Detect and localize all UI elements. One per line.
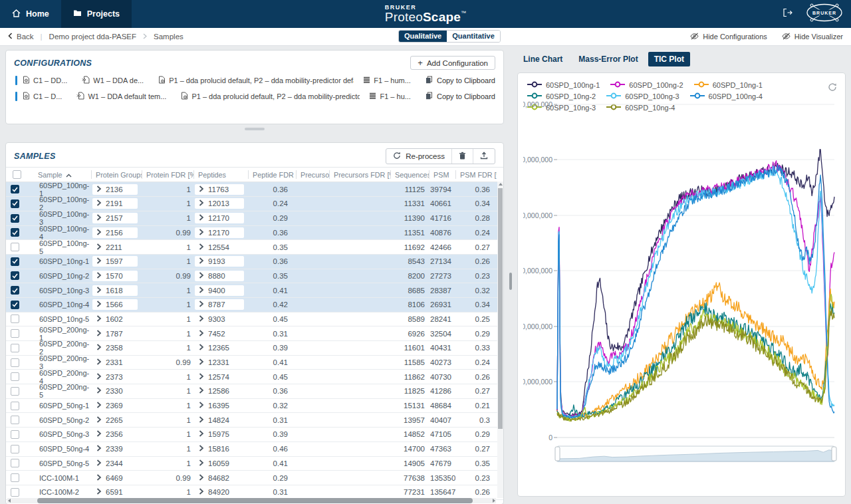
peptides-expand[interactable]: 12331 — [195, 357, 244, 368]
row-checkbox[interactable] — [11, 459, 19, 467]
reload-chart-icon[interactable] — [828, 82, 837, 94]
reprocess-button[interactable]: Re-process — [386, 149, 451, 164]
config-compute-item[interactable]: C1 – DD... — [23, 76, 67, 85]
row-checkbox[interactable] — [11, 344, 19, 352]
peptides-expand[interactable]: 84682 — [195, 473, 244, 483]
table-row[interactable]: 60SPD_50ng-3 2356 1 15975 0.39 14852 471… — [6, 428, 503, 442]
legend-item[interactable]: 60SPD_100ng-4 — [690, 92, 763, 100]
peptides-expand[interactable]: 84920 — [195, 487, 244, 497]
peptides-expand[interactable]: 12554 — [195, 242, 244, 253]
col-sequences[interactable]: Sequences — [390, 170, 429, 179]
tab-line-chart[interactable]: Line Chart — [517, 52, 568, 66]
configuration-row[interactable]: C1 – DD... W1 – DDA de... P1 – dda prolu… — [6, 72, 503, 88]
protein-groups-expand[interactable]: 2331 — [92, 357, 138, 368]
row-checkbox[interactable] — [11, 430, 19, 439]
chart-range-brush[interactable] — [523, 444, 837, 464]
table-row[interactable]: 60SPD_200ng-2 2358 1 12365 0.39 11601 40… — [6, 341, 503, 356]
table-horizontal-scrollbar[interactable] — [7, 498, 496, 503]
col-psm-fdr[interactable]: PSM FDR [%] — [455, 170, 497, 179]
row-checkbox[interactable] — [11, 387, 19, 396]
table-row[interactable]: 60SPD_200ng-3 2331 0.99 12331 0.41 11585… — [6, 356, 503, 370]
hide-configurations-button[interactable]: Hide Configurations — [690, 33, 767, 41]
table-row[interactable]: 60SPD_200ng-1 1787 1 7452 0.31 6926 3250… — [6, 326, 503, 341]
peptides-expand[interactable]: 11763 — [195, 184, 244, 195]
copy-to-clipboard-button[interactable]: Copy to Clipboard — [426, 76, 495, 85]
table-row[interactable]: 60SPD_10ng-1 1597 1 9193 0.36 8543 27134… — [6, 255, 503, 269]
table-row[interactable]: 60SPD_100ng-4 2156 0.99 12170 0.36 11351… — [6, 226, 503, 241]
config-workflow-item[interactable]: W1 – DDA de... — [82, 76, 144, 85]
table-row[interactable]: 60SPD_100ng-3 2157 1 12170 0.29 11390 41… — [6, 211, 503, 226]
legend-item[interactable]: 60SPD_10ng-1 — [694, 81, 763, 89]
peptides-expand[interactable]: 12586 — [195, 386, 244, 396]
delete-samples-button[interactable] — [451, 149, 473, 164]
row-checkbox[interactable] — [11, 199, 19, 208]
peptides-expand[interactable]: 9193 — [195, 256, 244, 267]
table-row[interactable]: 60SPD_50ng-4 2339 1 15816 0.46 14700 473… — [6, 442, 503, 457]
table-row[interactable]: 60SPD_10ng-3 1618 1 9400 0.41 8685 28387… — [6, 283, 503, 298]
legend-item[interactable]: 60SPD_100ng-1 — [527, 81, 600, 89]
row-checkbox[interactable] — [11, 214, 19, 223]
row-checkbox[interactable] — [11, 286, 19, 295]
col-peptides[interactable]: Peptides — [193, 170, 248, 179]
table-row[interactable]: 60SPD_200ng-5 2330 1 12586 0.36 11825 41… — [6, 384, 503, 399]
logout-icon[interactable] — [783, 8, 792, 20]
col-psm[interactable]: PSM — [429, 170, 455, 179]
brush-left-handle[interactable] — [555, 447, 560, 461]
peptides-expand[interactable]: 9400 — [195, 285, 244, 296]
vertical-resize-handle[interactable] — [509, 273, 512, 290]
back-button[interactable]: Back — [8, 33, 34, 41]
horizontal-resize-handle[interactable] — [245, 128, 265, 130]
peptides-expand[interactable]: 7452 — [195, 328, 244, 339]
protein-groups-expand[interactable]: 6469 — [92, 473, 138, 483]
table-row[interactable]: 60SPD_50ng-5 2344 1 16059 0.41 14905 476… — [6, 457, 503, 471]
peptides-expand[interactable]: 16395 — [195, 400, 244, 411]
peptides-expand[interactable]: 12013 — [195, 198, 244, 209]
protein-groups-expand[interactable]: 2373 — [92, 372, 138, 382]
table-row[interactable]: 60SPD_50ng-1 2369 1 16395 0.32 15131 486… — [6, 399, 503, 414]
row-checkbox[interactable] — [11, 315, 19, 323]
config-workflow-item[interactable]: W1 – DDA default tem... — [76, 92, 166, 101]
protein-groups-expand[interactable]: 1618 — [92, 285, 138, 296]
row-checkbox[interactable] — [11, 271, 19, 280]
hide-visualizer-button[interactable]: Hide Visualizer — [782, 33, 843, 41]
legend-item[interactable]: 60SPD_100ng-2 — [610, 81, 683, 89]
table-row[interactable]: 60SPD_50ng-2 2265 1 14824 0.31 13957 404… — [6, 413, 503, 428]
table-row[interactable]: 60SPD_10ng-2 1570 0.99 8880 0.35 8200 27… — [6, 269, 503, 284]
peptides-expand[interactable]: 12170 — [195, 213, 244, 223]
nav-tab-home[interactable]: Home — [0, 0, 61, 28]
peptides-expand[interactable]: 16059 — [195, 458, 244, 469]
table-row[interactable]: 60SPD_10ng-5 1602 1 9303 0.45 8589 28241… — [6, 313, 503, 327]
copy-to-clipboard-button[interactable]: Copy to Clipboard — [426, 92, 495, 101]
tab-mass-error-plot[interactable]: Mass-Error Plot — [572, 52, 644, 66]
protein-groups-expand[interactable]: 2330 — [92, 386, 138, 396]
col-precursors[interactable]: Precursors — [296, 170, 329, 179]
row-checkbox[interactable] — [11, 257, 19, 266]
brush-right-handle[interactable] — [832, 447, 836, 461]
peptides-expand[interactable]: 8880 — [195, 271, 244, 281]
select-all-checkbox[interactable] — [13, 170, 21, 179]
legend-item[interactable]: 60SPD_100ng-3 — [606, 92, 679, 100]
config-processing-item[interactable]: P1 – dda prolucid default, P2 – dda mobi… — [181, 92, 360, 101]
row-checkbox[interactable] — [11, 416, 19, 424]
peptides-expand[interactable]: 12170 — [195, 227, 244, 238]
peptides-expand[interactable]: 14824 — [195, 415, 244, 426]
config-fasta-item[interactable]: F1 – hu... — [369, 92, 410, 100]
peptides-expand[interactable]: 9303 — [195, 314, 244, 324]
col-peptide-fdr[interactable]: Peptide FDR [%] — [248, 170, 296, 179]
export-samples-button[interactable] — [473, 149, 495, 164]
protein-groups-expand[interactable]: 1570 — [92, 271, 138, 281]
row-checkbox[interactable] — [11, 473, 19, 482]
protein-groups-expand[interactable]: 2136 — [92, 184, 138, 195]
table-row[interactable]: 60SPD_100ng-1 2136 1 11763 0.36 11125 39… — [6, 182, 503, 197]
row-checkbox[interactable] — [11, 488, 19, 497]
table-row[interactable]: ICC-100M-1 6469 0.99 84682 0.29 77638 13… — [6, 471, 503, 485]
row-checkbox[interactable] — [11, 301, 19, 309]
config-processing-item[interactable]: P1 – dda prolucid default, P2 – dda mobi… — [158, 76, 354, 85]
col-sample[interactable]: Sample — [23, 171, 91, 179]
table-vertical-scrollbar[interactable] — [497, 182, 503, 498]
peptides-expand[interactable]: 15975 — [195, 429, 244, 440]
protein-groups-expand[interactable]: 2265 — [92, 415, 138, 426]
protein-groups-expand[interactable]: 1597 — [92, 256, 138, 267]
row-checkbox[interactable] — [11, 329, 19, 338]
protein-groups-expand[interactable]: 6591 — [92, 487, 138, 497]
